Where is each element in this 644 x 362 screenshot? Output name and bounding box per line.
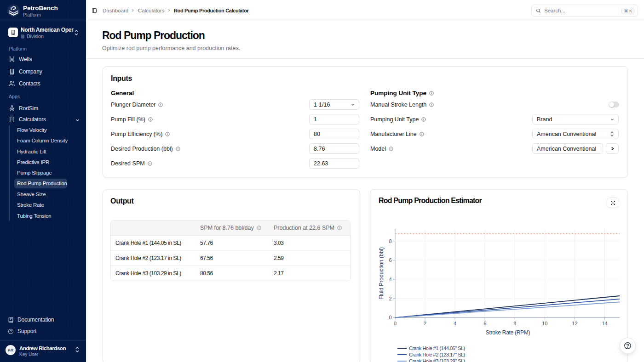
- svg-text:8: 8: [389, 238, 391, 244]
- svg-text:Stroke Rate (RPM): Stroke Rate (RPM): [486, 329, 530, 336]
- svg-text:4: 4: [389, 277, 391, 282]
- svg-text:10: 10: [542, 321, 547, 326]
- svg-text:6: 6: [483, 321, 486, 326]
- svg-text:4: 4: [454, 321, 456, 326]
- svg-text:8: 8: [513, 321, 516, 326]
- svg-text:0: 0: [394, 321, 397, 326]
- svg-text:2: 2: [424, 321, 426, 326]
- svg-text:14: 14: [602, 321, 607, 326]
- svg-text:0: 0: [389, 315, 391, 320]
- svg-text:6: 6: [389, 257, 391, 263]
- svg-text:12: 12: [572, 321, 577, 326]
- svg-text:Fluid Production (bbl): Fluid Production (bbl): [378, 247, 385, 300]
- svg-text:2: 2: [389, 296, 391, 301]
